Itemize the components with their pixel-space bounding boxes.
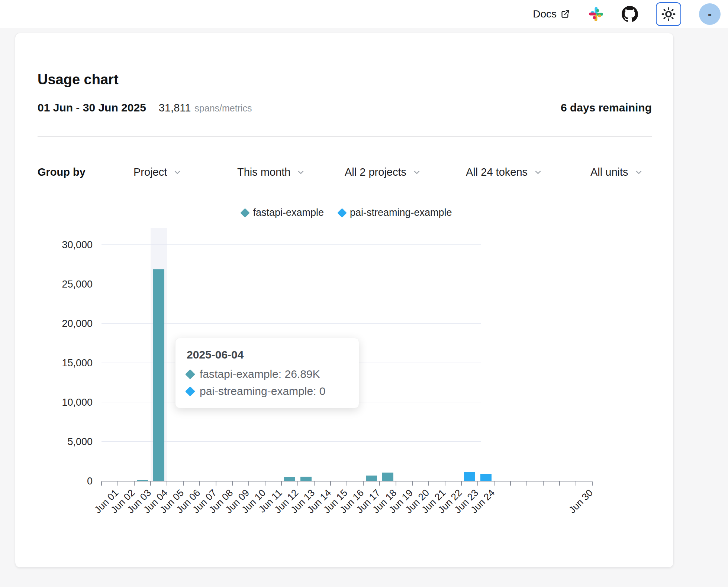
x-axis-tick-label: Jun 10 xyxy=(239,487,268,516)
x-axis-tick-label: Jun 02 xyxy=(109,487,137,516)
x-axis-tick xyxy=(232,481,233,486)
x-axis-tick xyxy=(281,481,282,486)
x-axis-tick xyxy=(510,481,511,486)
y-gridline xyxy=(102,244,481,245)
x-axis-tick-label: Jun 08 xyxy=(207,487,235,516)
diamond-icon xyxy=(185,386,195,396)
x-axis-tick-label: Jun 23 xyxy=(452,487,481,516)
slack-icon[interactable] xyxy=(588,6,604,22)
chevron-down-icon xyxy=(634,168,643,177)
x-axis-tick xyxy=(494,481,495,486)
x-axis-tick xyxy=(543,481,544,486)
bar-fastapi-example-jun-17[interactable] xyxy=(366,476,377,481)
bar-fastapi-example-jun-03[interactable] xyxy=(137,480,148,481)
tooltip-row: pai-streaming-example: 0 xyxy=(187,385,348,398)
x-axis-tick xyxy=(363,481,364,486)
x-axis-tick xyxy=(248,481,249,486)
x-axis-tick xyxy=(199,481,200,486)
bar-fastapi-example-jun-18[interactable] xyxy=(382,473,393,481)
diamond-icon xyxy=(241,208,250,217)
bar-fastapi-example-jun-13[interactable] xyxy=(300,477,312,481)
usage-card: Usage chart 01 Jun - 30 Jun 2025 31,811 … xyxy=(15,33,674,568)
filter-time-range[interactable]: This month xyxy=(237,166,305,178)
x-axis-tick-label: Jun 30 xyxy=(567,487,595,516)
page-title: Usage chart xyxy=(38,72,119,88)
x-axis-tick-label: Jun 01 xyxy=(92,487,121,516)
x-axis-tick xyxy=(592,481,593,486)
bar-pai-streaming-example-jun-24[interactable] xyxy=(480,474,492,481)
x-axis-tick-label: Jun 09 xyxy=(223,487,252,516)
date-range: 01 Jun - 30 Jun 2025 xyxy=(38,101,146,114)
x-axis-tick-label: Jun 06 xyxy=(174,487,203,516)
diamond-icon xyxy=(185,369,195,379)
x-axis-tick-label: Jun 15 xyxy=(321,487,350,516)
x-axis-tick xyxy=(314,481,315,486)
group-by-label: Group by xyxy=(38,166,86,178)
total-count: 31,811 xyxy=(159,102,191,114)
user-avatar[interactable]: - xyxy=(699,3,721,25)
chevron-down-icon xyxy=(412,168,421,177)
x-axis-tick-label: Jun 05 xyxy=(158,487,186,516)
x-axis-tick-label: Jun 18 xyxy=(370,487,399,516)
x-axis-tick-label: Jun 12 xyxy=(272,487,301,516)
x-axis-tick xyxy=(412,481,413,486)
section-divider xyxy=(38,136,652,137)
filter-tokens[interactable]: All 24 tokens xyxy=(466,166,542,178)
chart-legend: fastapi-example pai-streaming-example xyxy=(102,207,592,218)
filter-units[interactable]: All units xyxy=(590,166,643,178)
x-axis-tick-label: Jun 13 xyxy=(289,487,317,516)
x-axis-tick xyxy=(347,481,347,486)
bar-fastapi-example-jun-12[interactable] xyxy=(284,477,295,481)
docs-link[interactable]: Docs xyxy=(533,8,570,20)
github-icon[interactable] xyxy=(622,6,638,22)
x-axis-tick xyxy=(461,481,462,486)
x-axis-tick xyxy=(117,481,118,486)
billing-period-row: 01 Jun - 30 Jun 2025 31,811 spans/metric… xyxy=(38,101,652,114)
chevron-down-icon xyxy=(534,168,542,177)
x-axis-tick xyxy=(265,481,265,486)
docs-label: Docs xyxy=(533,8,557,20)
x-axis-tick xyxy=(101,481,102,486)
sun-icon xyxy=(661,7,676,21)
tooltip-date: 2025-06-04 xyxy=(187,348,348,361)
external-link-icon xyxy=(560,9,570,19)
filter-toolbar: Group by Project This month All 2 projec… xyxy=(15,154,674,191)
x-axis-tick xyxy=(150,481,151,486)
page: Docs xyxy=(0,0,728,587)
x-axis-tick xyxy=(559,481,560,486)
chart-tooltip: 2025-06-04 fastapi-example: 26.89K pai-s… xyxy=(175,338,359,408)
x-axis-tick xyxy=(183,481,184,486)
x-axis-tick-label: Jun 11 xyxy=(256,487,284,515)
legend-item-fastapi-example[interactable]: fastapi-example xyxy=(242,207,324,218)
x-axis-tick xyxy=(297,481,298,486)
avatar-label: - xyxy=(708,8,712,20)
x-axis-tick xyxy=(428,481,429,486)
y-axis-tick-label: 15,000 xyxy=(38,357,93,369)
days-remaining: 6 days remaining xyxy=(561,101,652,114)
filter-projects[interactable]: All 2 projects xyxy=(345,166,421,178)
x-axis-tick-label: Jun 17 xyxy=(354,487,383,516)
x-axis-line xyxy=(102,481,592,481)
x-axis-tick xyxy=(216,481,216,486)
theme-toggle-button[interactable] xyxy=(656,2,681,26)
x-axis-tick xyxy=(330,481,331,486)
x-axis-tick-label: Jun 04 xyxy=(141,487,170,516)
diamond-icon xyxy=(337,208,347,217)
top-navigation-bar: Docs xyxy=(0,0,728,28)
x-axis-tick xyxy=(167,481,167,486)
legend-item-pai-streaming-example[interactable]: pai-streaming-example xyxy=(339,207,452,218)
bar-fastapi-example-jun-04[interactable] xyxy=(153,269,164,481)
x-axis-tick xyxy=(396,481,396,486)
x-axis-tick xyxy=(379,481,380,486)
bar-pai-streaming-example-jun-23[interactable] xyxy=(464,472,475,481)
x-axis-tick-label: Jun 03 xyxy=(125,487,154,516)
x-axis-tick xyxy=(445,481,445,486)
vertical-divider xyxy=(115,154,115,191)
x-axis-tick-label: Jun 07 xyxy=(190,487,219,516)
x-axis-tick-label: Jun 24 xyxy=(468,487,497,516)
x-axis-tick-label: Jun 22 xyxy=(436,487,464,516)
filter-group-by-project[interactable]: Project xyxy=(133,166,182,178)
x-axis-tick xyxy=(576,481,576,486)
tooltip-row: fastapi-example: 26.89K xyxy=(187,368,348,380)
x-axis-tick xyxy=(134,481,135,486)
